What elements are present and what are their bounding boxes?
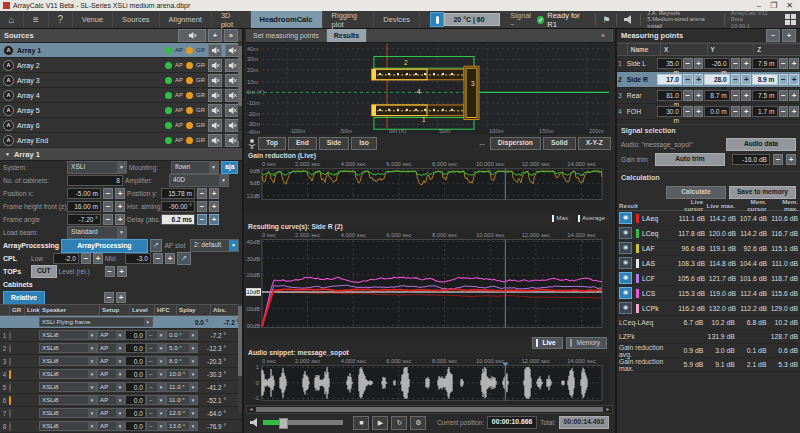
tab-sources[interactable]: Sources <box>113 11 160 28</box>
point-x-minus-button[interactable]: − <box>683 106 693 117</box>
frame-angle-minus-button[interactable]: − <box>103 214 113 225</box>
cpl-mid-field[interactable]: -3.0 <box>125 253 151 264</box>
point-y-plus-button[interactable]: + <box>741 58 751 69</box>
hfc-select[interactable]: –▼ <box>146 408 166 418</box>
tab-3d-plot[interactable]: 3D plot <box>212 11 251 28</box>
hor-aiming-field[interactable]: -90.00 ° <box>161 201 195 212</box>
speaker-select[interactable]: XSLi8▼ <box>39 356 97 366</box>
open-cpl-dialog-icon[interactable]: ↗ <box>177 252 191 265</box>
gain-trim-value[interactable]: -16.0 dB <box>732 154 770 165</box>
position-y-plus-button[interactable]: + <box>209 188 219 199</box>
tab-results[interactable]: Results <box>327 29 367 42</box>
setup-select[interactable]: AP▼ <box>97 395 125 405</box>
gain-trim-plus-button[interactable]: + <box>786 154 796 165</box>
setup-select[interactable]: AP▼ <box>97 330 125 340</box>
hfc-select[interactable]: –▼ <box>146 343 166 353</box>
close-button[interactable]: ✕ <box>786 1 793 10</box>
point-x-plus-button[interactable]: + <box>694 106 704 117</box>
waveform-scrollbar[interactable]: ◄ ► <box>246 405 613 414</box>
view-button-top[interactable]: Top <box>258 137 286 150</box>
source-row-array-end[interactable]: AArray EndAPGR <box>0 133 242 148</box>
signal-selector[interactable]: Signal ~ <box>510 11 536 28</box>
help-icon[interactable]: ? <box>49 11 73 28</box>
play-button[interactable]: ▶ <box>372 416 388 430</box>
ap-slot-select[interactable]: 2: default▼ <box>190 239 239 252</box>
point-y-field[interactable]: 8.7 m <box>704 90 729 101</box>
level-field[interactable]: 0.0 <box>125 330 146 340</box>
scroll-right-icon[interactable]: ► <box>604 406 612 413</box>
collapse-icon[interactable]: ▼ <box>5 151 10 157</box>
delay-field[interactable]: 6.2 ms <box>161 214 195 225</box>
level-field[interactable]: 0.0 <box>125 395 146 405</box>
cpl-low-minus-button[interactable]: − <box>81 253 91 264</box>
volume-slider[interactable] <box>263 420 343 425</box>
point-x-plus-button[interactable]: + <box>694 58 704 69</box>
home-icon[interactable]: ⌂ <box>0 11 24 28</box>
relative-button[interactable]: Relative <box>3 291 45 305</box>
point-x-minus-button[interactable]: − <box>683 74 693 85</box>
expand-sources-icon[interactable]: » <box>224 29 238 42</box>
cabinet-row-1[interactable]: 1XSLi8▼AP▼0.0–▼0.0 °▼-7.2 ° <box>0 329 242 342</box>
system-select[interactable]: XSLi▼ <box>67 161 127 174</box>
source-row-array-6[interactable]: AArray 6APGR <box>0 118 242 133</box>
cut-button[interactable]: CUT <box>31 265 57 278</box>
hfc-select[interactable]: –▼ <box>146 395 166 405</box>
mute-array-button[interactable] <box>208 74 222 87</box>
curve-visibility-toggle[interactable]: ◉ <box>619 272 632 284</box>
point-z-field[interactable]: 1.7 m <box>752 106 777 117</box>
point-z-minus-button[interactable]: − <box>779 74 789 85</box>
point-y-plus-button[interactable]: + <box>741 74 751 85</box>
add-source-button[interactable]: + <box>208 29 222 42</box>
cpl-mid-plus-button[interactable]: + <box>165 253 175 264</box>
audio-data-button[interactable]: Audio data <box>726 138 796 151</box>
curve-visibility-toggle[interactable]: ◉ <box>619 242 632 254</box>
tab-rigging-plot[interactable]: Rigging plot <box>323 11 375 28</box>
cpl-low-plus-button[interactable]: + <box>93 253 103 264</box>
hfc-select[interactable]: –▼ <box>146 369 166 379</box>
point-y-minus-button[interactable]: − <box>731 106 741 117</box>
point-x-minus-button[interactable]: − <box>683 90 693 101</box>
point-z-plus-button[interactable]: + <box>789 90 799 101</box>
cabinet-count-minus-button[interactable]: − <box>104 292 114 303</box>
cabinet-row-6[interactable]: 6XSLi8▼AP▼0.0–▼11.0 °▼-52.1 ° <box>0 394 242 407</box>
mute-array-button[interactable] <box>208 89 222 102</box>
frame-height-field[interactable]: 16.00 m <box>67 201 101 212</box>
mute-all-button[interactable] <box>178 29 206 42</box>
splay-select[interactable]: 10.0 °▼ <box>166 369 198 379</box>
point-x-field[interactable]: 30.0 m <box>657 106 682 117</box>
point-z-plus-button[interactable]: + <box>789 106 799 117</box>
gain-trim-minus-button[interactable]: − <box>773 154 783 165</box>
level-field[interactable]: 0.0 <box>125 408 146 418</box>
hfc-select[interactable]: –▼ <box>146 330 166 340</box>
level-field[interactable]: 0.0 <box>125 369 146 379</box>
position-x-minus-button[interactable]: − <box>103 188 113 199</box>
mute-ap-button[interactable] <box>225 89 239 102</box>
source-row-array-1[interactable]: AArray 1APGR <box>0 43 242 58</box>
audio-waveform-plot[interactable]: 0 sec2.000 sec4.000 sec6.000 sec8.000 se… <box>246 357 609 405</box>
point-y-field[interactable]: 0.0 m <box>704 106 729 117</box>
cabinet-row-2[interactable]: 2XSLi8▼AP▼0.0–▼5.0 °▼-12.3 ° <box>0 342 242 355</box>
curve-visibility-toggle[interactable]: ◉ <box>619 302 632 314</box>
point-x-minus-button[interactable]: − <box>683 58 693 69</box>
frame-height-minus-button[interactable]: − <box>103 201 113 212</box>
menu-icon[interactable]: ≡ <box>24 11 48 28</box>
curve-visibility-toggle[interactable]: ◉ <box>619 212 632 224</box>
view-button-side[interactable]: Side <box>319 137 349 150</box>
hfc-select[interactable]: –▼ <box>146 421 166 431</box>
cabinet-row-4[interactable]: 4XSLi8▼AP▼0.0–▼10.0 °▼-30.3 ° <box>0 368 242 381</box>
tab-devices[interactable]: Devices <box>374 11 420 28</box>
tab-alignment[interactable]: Alignment <box>160 11 212 28</box>
maximize-button[interactable]: ❐ <box>770 1 777 10</box>
splay-select[interactable]: 0.0 °▼ <box>166 330 198 340</box>
mute-array-button[interactable] <box>208 119 222 132</box>
point-x-plus-button[interactable]: + <box>694 74 704 85</box>
cabinet-frame-row[interactable]: XSLi Flying frame▼0.0 °-7.2 ° <box>0 316 242 329</box>
horn-icon[interactable] <box>623 15 634 24</box>
point-z-plus-button[interactable]: + <box>789 74 799 85</box>
auto-trim-button[interactable]: Auto trim <box>655 153 725 166</box>
setup-select[interactable]: AP▼ <box>97 343 125 353</box>
settings-gear-icon[interactable]: ⚙ <box>410 416 426 430</box>
mute-ap-button[interactable] <box>225 104 239 117</box>
tab-set-measuring-points[interactable]: Set measuring points <box>246 29 327 42</box>
point-y-plus-button[interactable]: + <box>741 106 751 117</box>
